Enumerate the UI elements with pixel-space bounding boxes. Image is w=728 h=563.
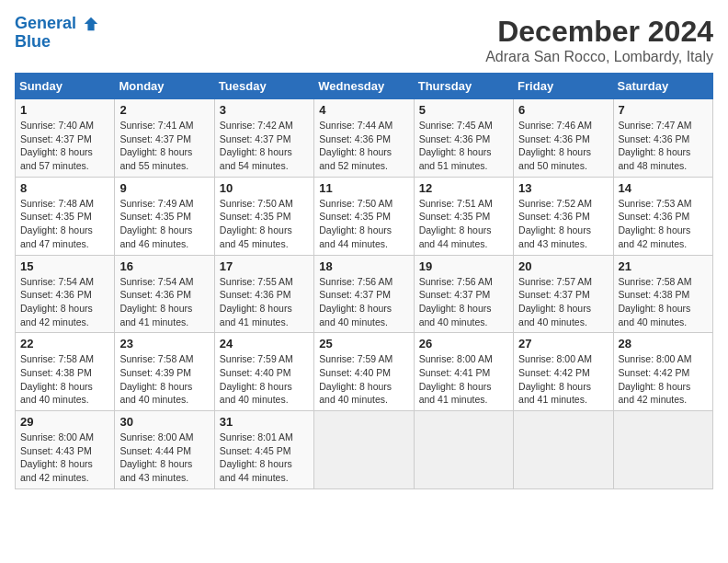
calendar-cell: 1Sunrise: 7:40 AM Sunset: 4:37 PM Daylig… (16, 99, 115, 178)
day-info: Sunrise: 8:00 AM Sunset: 4:44 PM Dayligh… (119, 431, 209, 485)
calendar-cell: 5Sunrise: 7:45 AM Sunset: 4:36 PM Daylig… (414, 99, 513, 178)
day-number: 23 (119, 337, 209, 350)
weekday-header: Tuesday (214, 74, 313, 99)
calendar-cell: 13Sunrise: 7:52 AM Sunset: 4:36 PM Dayli… (514, 177, 613, 255)
weekday-header: Thursday (414, 74, 513, 99)
title-block: December 2024 Adrara San Rocco, Lombardy… (485, 15, 713, 65)
day-number: 28 (619, 337, 708, 350)
calendar-cell: 26Sunrise: 8:00 AM Sunset: 4:41 PM Dayli… (414, 333, 513, 411)
location-title: Adrara San Rocco, Lombardy, Italy (485, 49, 713, 65)
calendar-cell: 11Sunrise: 7:50 AM Sunset: 4:35 PM Dayli… (314, 177, 414, 255)
day-number: 12 (419, 181, 508, 195)
day-number: 4 (319, 103, 408, 117)
day-info: Sunrise: 7:54 AM Sunset: 4:36 PM Dayligh… (20, 275, 109, 329)
day-info: Sunrise: 7:56 AM Sunset: 4:37 PM Dayligh… (319, 275, 408, 329)
day-number: 3 (220, 103, 309, 117)
calendar-cell: 25Sunrise: 7:59 AM Sunset: 4:40 PM Dayli… (314, 333, 414, 411)
day-info: Sunrise: 7:48 AM Sunset: 4:35 PM Dayligh… (20, 197, 109, 251)
day-info: Sunrise: 8:00 AM Sunset: 4:42 PM Dayligh… (518, 352, 608, 407)
calendar-cell: 10Sunrise: 7:50 AM Sunset: 4:35 PM Dayli… (214, 177, 313, 255)
day-info: Sunrise: 7:51 AM Sunset: 4:35 PM Dayligh… (419, 197, 508, 251)
weekday-header: Sunday (16, 74, 115, 99)
day-info: Sunrise: 8:01 AM Sunset: 4:45 PM Dayligh… (220, 431, 309, 485)
day-number: 31 (220, 415, 309, 429)
day-info: Sunrise: 7:47 AM Sunset: 4:36 PM Dayligh… (619, 119, 708, 173)
calendar-cell: 31Sunrise: 8:01 AM Sunset: 4:45 PM Dayli… (214, 411, 313, 489)
day-info: Sunrise: 7:54 AM Sunset: 4:36 PM Dayligh… (119, 275, 209, 329)
day-number: 10 (220, 181, 309, 195)
calendar-cell (514, 411, 613, 489)
day-number: 25 (319, 337, 408, 350)
day-info: Sunrise: 7:41 AM Sunset: 4:37 PM Dayligh… (119, 119, 209, 173)
calendar-cell: 28Sunrise: 8:00 AM Sunset: 4:42 PM Dayli… (613, 333, 712, 411)
calendar-cell: 6Sunrise: 7:46 AM Sunset: 4:36 PM Daylig… (514, 99, 613, 178)
calendar-cell: 3Sunrise: 7:42 AM Sunset: 4:37 PM Daylig… (214, 99, 313, 178)
day-info: Sunrise: 7:50 AM Sunset: 4:35 PM Dayligh… (319, 197, 408, 251)
day-info: Sunrise: 7:40 AM Sunset: 4:37 PM Dayligh… (20, 119, 109, 173)
day-number: 19 (419, 259, 508, 273)
day-info: Sunrise: 8:00 AM Sunset: 4:41 PM Dayligh… (419, 352, 508, 407)
day-info: Sunrise: 7:42 AM Sunset: 4:37 PM Dayligh… (220, 119, 309, 173)
calendar-cell: 15Sunrise: 7:54 AM Sunset: 4:36 PM Dayli… (16, 255, 115, 333)
day-info: Sunrise: 7:58 AM Sunset: 4:38 PM Dayligh… (619, 275, 708, 329)
day-number: 14 (619, 181, 708, 195)
calendar-cell (314, 411, 414, 489)
day-info: Sunrise: 8:00 AM Sunset: 4:43 PM Dayligh… (20, 431, 109, 485)
calendar-table: SundayMondayTuesdayWednesdayThursdayFrid… (15, 73, 713, 489)
day-number: 21 (619, 259, 708, 273)
day-info: Sunrise: 7:57 AM Sunset: 4:37 PM Dayligh… (518, 275, 608, 329)
weekday-header: Monday (115, 74, 214, 99)
day-info: Sunrise: 7:46 AM Sunset: 4:36 PM Dayligh… (518, 119, 608, 173)
day-number: 27 (518, 337, 608, 350)
day-number: 22 (20, 337, 109, 350)
day-info: Sunrise: 7:58 AM Sunset: 4:39 PM Dayligh… (119, 352, 209, 407)
calendar-cell: 9Sunrise: 7:49 AM Sunset: 4:35 PM Daylig… (115, 177, 214, 255)
weekday-header: Saturday (613, 74, 712, 99)
calendar-cell: 27Sunrise: 8:00 AM Sunset: 4:42 PM Dayli… (514, 333, 613, 411)
day-number: 7 (619, 103, 708, 117)
calendar-cell: 20Sunrise: 7:57 AM Sunset: 4:37 PM Dayli… (514, 255, 613, 333)
day-info: Sunrise: 7:45 AM Sunset: 4:36 PM Dayligh… (419, 119, 508, 173)
calendar-cell: 2Sunrise: 7:41 AM Sunset: 4:37 PM Daylig… (115, 99, 214, 178)
calendar-cell: 18Sunrise: 7:56 AM Sunset: 4:37 PM Dayli… (314, 255, 414, 333)
calendar-cell: 29Sunrise: 8:00 AM Sunset: 4:43 PM Dayli… (16, 411, 115, 489)
day-number: 15 (20, 259, 109, 273)
calendar-cell: 17Sunrise: 7:55 AM Sunset: 4:36 PM Dayli… (214, 255, 313, 333)
weekday-header: Wednesday (314, 74, 414, 99)
calendar-cell: 24Sunrise: 7:59 AM Sunset: 4:40 PM Dayli… (214, 333, 313, 411)
day-number: 29 (20, 415, 109, 429)
day-info: Sunrise: 7:59 AM Sunset: 4:40 PM Dayligh… (319, 352, 408, 407)
day-number: 18 (319, 259, 408, 273)
day-info: Sunrise: 7:53 AM Sunset: 4:36 PM Dayligh… (619, 197, 708, 251)
day-number: 16 (119, 259, 209, 273)
day-number: 8 (20, 181, 109, 195)
day-info: Sunrise: 7:49 AM Sunset: 4:35 PM Dayligh… (119, 197, 209, 251)
weekday-header: Friday (514, 74, 613, 99)
logo: General Blue (15, 15, 99, 52)
calendar-cell: 7Sunrise: 7:47 AM Sunset: 4:36 PM Daylig… (613, 99, 712, 178)
calendar-cell: 14Sunrise: 7:53 AM Sunset: 4:36 PM Dayli… (613, 177, 712, 255)
month-title: December 2024 (485, 15, 713, 49)
day-number: 6 (518, 103, 608, 117)
calendar-cell: 12Sunrise: 7:51 AM Sunset: 4:35 PM Dayli… (414, 177, 513, 255)
day-number: 20 (518, 259, 608, 273)
calendar-cell: 4Sunrise: 7:44 AM Sunset: 4:36 PM Daylig… (314, 99, 414, 178)
calendar-cell (613, 411, 712, 489)
day-number: 9 (119, 181, 209, 195)
day-number: 24 (220, 337, 309, 350)
day-info: Sunrise: 7:58 AM Sunset: 4:38 PM Dayligh… (20, 352, 109, 407)
calendar-cell: 22Sunrise: 7:58 AM Sunset: 4:38 PM Dayli… (16, 333, 115, 411)
day-number: 1 (20, 103, 109, 117)
day-info: Sunrise: 7:56 AM Sunset: 4:37 PM Dayligh… (419, 275, 508, 329)
calendar-cell: 16Sunrise: 7:54 AM Sunset: 4:36 PM Dayli… (115, 255, 214, 333)
day-number: 13 (518, 181, 608, 195)
day-info: Sunrise: 7:59 AM Sunset: 4:40 PM Dayligh… (220, 352, 309, 407)
calendar-cell: 21Sunrise: 7:58 AM Sunset: 4:38 PM Dayli… (613, 255, 712, 333)
day-number: 11 (319, 181, 408, 195)
day-info: Sunrise: 7:55 AM Sunset: 4:36 PM Dayligh… (220, 275, 309, 329)
day-info: Sunrise: 7:50 AM Sunset: 4:35 PM Dayligh… (220, 197, 309, 251)
day-number: 30 (119, 415, 209, 429)
day-info: Sunrise: 7:52 AM Sunset: 4:36 PM Dayligh… (518, 197, 608, 251)
calendar-cell: 8Sunrise: 7:48 AM Sunset: 4:35 PM Daylig… (16, 177, 115, 255)
day-number: 26 (419, 337, 508, 350)
